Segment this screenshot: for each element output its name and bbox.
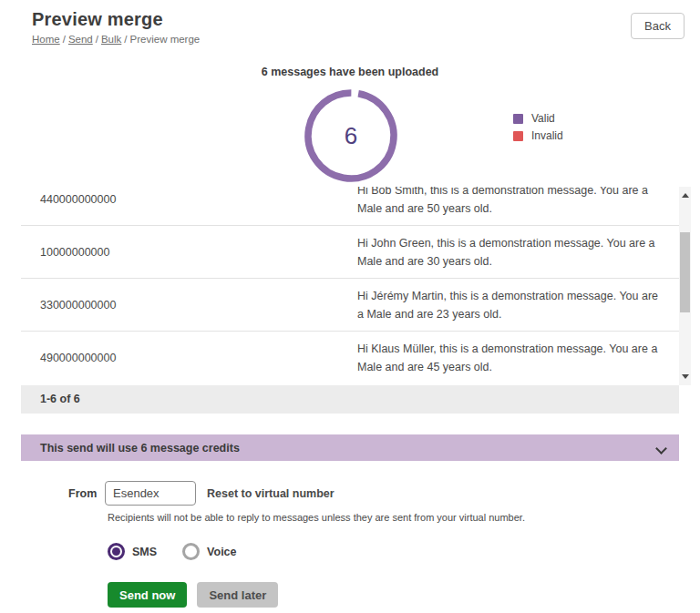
send-now-button[interactable]: Send now (108, 582, 187, 608)
invalid-swatch-icon (513, 131, 523, 141)
radio-sms-label: SMS (132, 546, 157, 558)
phone-cell: 330000000000 (40, 299, 357, 312)
breadcrumb: Home/Send/Bulk/Preview merge (32, 34, 700, 45)
back-button[interactable]: Back (631, 13, 685, 39)
breadcrumb-current: Preview merge (130, 34, 201, 45)
breadcrumb-link-bulk[interactable]: Bulk (101, 34, 121, 45)
table-row: 10000000000 Hi John Green, this is a dem… (21, 226, 679, 279)
phone-cell: 440000000000 (40, 193, 357, 206)
donut-chart: 6 (302, 87, 400, 185)
scroll-up-icon[interactable] (682, 193, 689, 198)
breadcrumb-separator: / (96, 34, 98, 45)
table-row: 440000000000 Hi Bob Smith, this is a dem… (21, 187, 679, 226)
recipients-table[interactable]: 440000000000 Hi Bob Smith, this is a dem… (21, 187, 691, 385)
radio-selected-icon (108, 543, 125, 560)
upload-heading: 6 messages have been uploaded (0, 50, 700, 78)
from-input[interactable] (105, 481, 196, 506)
page-title: Preview merge (32, 9, 700, 30)
upload-summary-section: 6 messages have been uploaded 6 Valid In… (0, 50, 700, 187)
valid-swatch-icon (513, 114, 523, 124)
legend-label-valid: Valid (531, 112, 555, 125)
credits-banner[interactable]: This send will use 6 message credits (21, 434, 679, 461)
table-row: 330000000000 Hi Jérémy Martin, this is a… (21, 279, 679, 332)
phone-cell: 10000000000 (40, 246, 357, 259)
radio-sms[interactable]: SMS (108, 543, 157, 560)
phone-cell: 490000000000 (40, 352, 357, 364)
donut-count: 6 (302, 87, 400, 185)
breadcrumb-separator: / (63, 34, 66, 45)
legend-item-invalid: Invalid (513, 129, 563, 142)
table-scrollbar[interactable] (679, 187, 691, 385)
legend-item-valid: Valid (513, 112, 563, 125)
radio-voice[interactable]: Voice (182, 543, 236, 560)
scrollbar-thumb[interactable] (680, 232, 690, 312)
message-cell: Hi Klaus Müller, this is a demonstration… (357, 340, 679, 376)
page-header: Preview merge Home/Send/Bulk/Preview mer… (0, 0, 700, 50)
from-label: From (68, 487, 105, 500)
legend-label-invalid: Invalid (531, 129, 563, 142)
radio-unselected-icon (182, 543, 200, 560)
pagination-bar: 1-6 of 6 (21, 385, 679, 414)
credits-banner-text: This send will use 6 message credits (40, 442, 240, 455)
breadcrumb-link-home[interactable]: Home (32, 34, 60, 45)
table-row: 490000000000 Hi Klaus Müller, this is a … (21, 332, 679, 384)
chart-legend: Valid Invalid (513, 112, 563, 147)
scroll-down-icon[interactable] (682, 374, 689, 379)
message-cell: Hi John Green, this is a demonstration m… (357, 234, 679, 271)
breadcrumb-link-send[interactable]: Send (68, 34, 93, 45)
chevron-down-icon[interactable] (657, 444, 666, 453)
reset-to-virtual-number-link[interactable]: Reset to virtual number (207, 487, 335, 500)
table-rows: 440000000000 Hi Bob Smith, this is a dem… (21, 187, 679, 384)
message-cell: Hi Jérémy Martin, this is a demonstratio… (357, 287, 679, 323)
radio-voice-label: Voice (207, 546, 236, 558)
message-cell: Hi Bob Smith, this is a demonstration me… (357, 187, 679, 218)
reply-help-text: Recipients will not be able to reply to … (108, 512, 700, 523)
send-form: From Reset to virtual number Recipients … (0, 481, 700, 608)
send-later-button[interactable]: Send later (197, 582, 278, 608)
breadcrumb-separator: / (124, 34, 127, 45)
